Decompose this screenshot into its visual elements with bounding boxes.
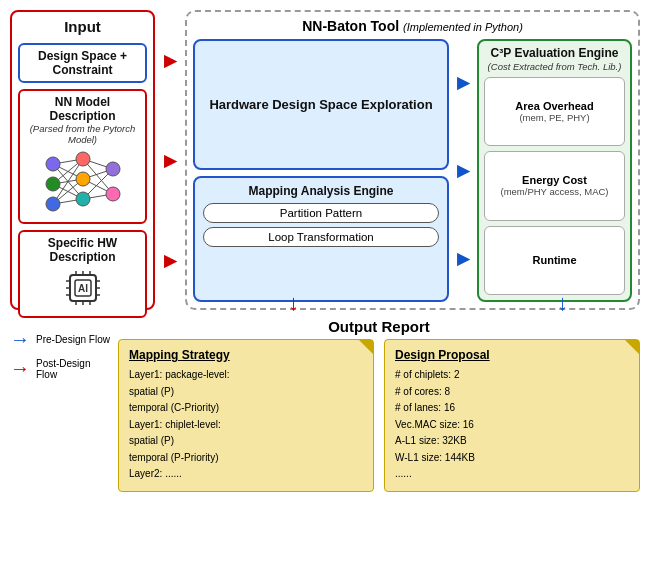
design-space-box: Design Space + Constraint	[18, 43, 147, 83]
svg-point-22	[106, 187, 120, 201]
c3p-area-title: Area Overhead	[491, 100, 618, 112]
legend-red-arrow: →	[10, 357, 30, 380]
c3p-box: C³P Evaluation Engine (Cost Extracted fr…	[477, 39, 632, 302]
nn-baton-container: NN-Baton Tool (Implemented in Python) Ha…	[185, 10, 640, 310]
nn-model-box: NN Model Description (Parsed from the Py…	[18, 89, 147, 224]
tool-title: NN-Baton Tool (Implemented in Python)	[193, 18, 632, 34]
svg-point-15	[46, 157, 60, 171]
c3p-item-energy: Energy Cost (mem/PHY access, MAC)	[484, 151, 625, 220]
loop-label: Loop Transformation	[268, 231, 373, 243]
design-card: Design Proposal # of chiplets: 2 # of co…	[384, 339, 640, 492]
arrow-blue-1: ▶	[457, 73, 469, 92]
tool-inner: Hardware Design Space Exploration Mappin…	[193, 39, 632, 302]
partition-label: Partition Pattern	[280, 207, 362, 219]
legend-section: → Pre-Design Flow → Post-Design Flow	[10, 318, 110, 380]
input-to-tool-arrows: ▶ ▶ ▶	[161, 10, 179, 310]
bottom-row: → Pre-Design Flow → Post-Design Flow Out…	[10, 318, 640, 492]
svg-point-18	[76, 152, 90, 166]
arrow-blue-2: ▶	[457, 161, 469, 180]
svg-point-19	[76, 172, 90, 186]
svg-point-17	[46, 197, 60, 211]
arrow-red-2: ▶	[164, 151, 176, 170]
input-title: Input	[18, 18, 147, 35]
c3p-runtime-title: Runtime	[533, 254, 577, 266]
c3p-item-runtime: Runtime	[484, 226, 625, 295]
design-card-content: # of chiplets: 2 # of cores: 8 # of lane…	[395, 367, 629, 483]
hw-description-box: Specific HW Description	[18, 230, 147, 318]
tool-subtitle: (Implemented in Python)	[403, 21, 523, 33]
blue-down-arrow: ↓	[557, 290, 568, 316]
top-row: Input Design Space + Constraint NN Model…	[10, 10, 640, 310]
design-card-title: Design Proposal	[395, 348, 629, 362]
legend-pre-label: Pre-Design Flow	[36, 334, 110, 345]
svg-point-16	[46, 177, 60, 191]
legend-pre-design: → Pre-Design Flow	[10, 328, 110, 351]
c3p-title: C³P Evaluation Engine	[484, 46, 625, 60]
mapping-card: Mapping Strategy Layer1: package-level: …	[118, 339, 374, 492]
svg-text:AI: AI	[78, 283, 88, 294]
hdse-box: Hardware Design Space Exploration	[193, 39, 449, 170]
c3p-item-area: Area Overhead (mem, PE, PHY)	[484, 77, 625, 146]
c3p-area-sub: (mem, PE, PHY)	[491, 112, 618, 123]
c3p-subtitle: (Cost Extracted from Tech. Lib.)	[484, 61, 625, 72]
output-section: Output Report Mapping Strategy Layer1: p…	[118, 318, 640, 492]
legend-post-label: Post-Design Flow	[36, 358, 110, 380]
mae-box: Mapping Analysis Engine Partition Patter…	[193, 176, 449, 303]
nn-model-subtitle: (Parsed from the Pytorch Model)	[26, 123, 139, 145]
hdse-title: Hardware Design Space Exploration	[209, 97, 432, 112]
arrow-blue-3: ▶	[457, 249, 469, 268]
left-tool-boxes: Hardware Design Space Exploration Mappin…	[193, 39, 449, 302]
input-column: Input Design Space + Constraint NN Model…	[10, 10, 155, 310]
mae-title: Mapping Analysis Engine	[203, 184, 439, 198]
tool-title-text: NN-Baton Tool	[302, 18, 399, 34]
mapping-card-title: Mapping Strategy	[129, 348, 363, 362]
c3p-energy-sub: (mem/PHY access, MAC)	[491, 186, 618, 197]
arrow-red-1: ▶	[164, 51, 176, 70]
c3p-energy-title: Energy Cost	[491, 174, 618, 186]
svg-point-20	[76, 192, 90, 206]
ai-chip-icon: AI	[62, 267, 104, 309]
nn-graph-svg	[38, 149, 128, 214]
pill-partition: Partition Pattern	[203, 203, 439, 223]
pill-loop: Loop Transformation	[203, 227, 439, 247]
legend-post-design: → Post-Design Flow	[10, 357, 110, 380]
arrow-red-3: ▶	[164, 251, 176, 270]
svg-point-21	[106, 162, 120, 176]
nn-model-title: NN Model Description	[26, 95, 139, 123]
tool-to-c3p-arrows: ▶ ▶ ▶	[454, 39, 472, 302]
red-down-arrow: ↓	[288, 290, 299, 316]
design-space-title: Design Space + Constraint	[26, 49, 139, 77]
legend-blue-arrow: →	[10, 328, 30, 351]
output-title: Output Report	[118, 318, 640, 335]
mapping-card-content: Layer1: package-level: spatial (P) tempo…	[129, 367, 363, 483]
main-container: Input Design Space + Constraint NN Model…	[0, 0, 650, 572]
output-cards: Mapping Strategy Layer1: package-level: …	[118, 339, 640, 492]
hw-box-title: Specific HW Description	[26, 236, 139, 264]
